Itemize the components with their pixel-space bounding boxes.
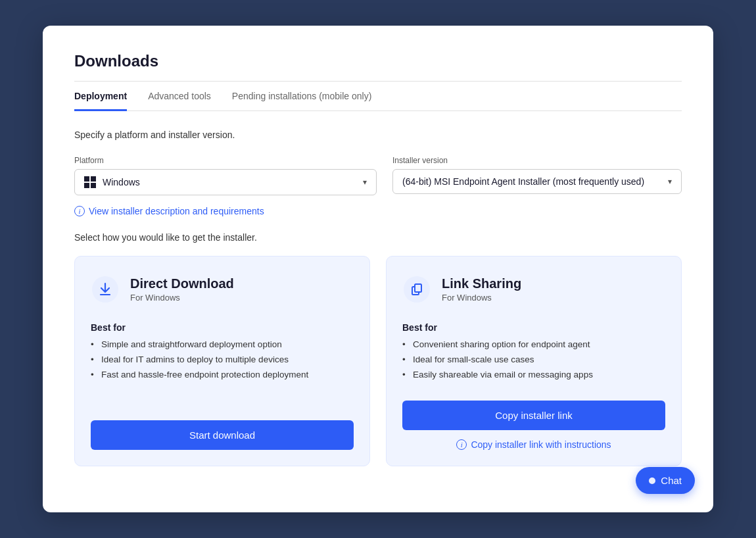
list-item: Ideal for small-scale use cases	[402, 355, 665, 364]
svg-rect-3	[91, 183, 96, 188]
tabs-bar: Deployment Advanced tools Pending instal…	[74, 82, 682, 111]
platform-value: Windows	[103, 177, 140, 187]
platform-chevron-icon: ▾	[363, 178, 367, 187]
direct-download-subtitle: For Windows	[130, 293, 234, 303]
list-item: Simple and straightforward deployment op…	[91, 339, 354, 349]
link-sharing-title: Link Sharing	[442, 276, 521, 291]
copy-installer-link-with-instructions[interactable]: i Copy installer link with instructions	[402, 439, 665, 450]
chat-label: Chat	[661, 475, 682, 486]
view-link-text: View installer description and requireme…	[89, 206, 264, 216]
installer-value: (64-bit) MSI Endpoint Agent Installer (m…	[402, 176, 644, 187]
direct-download-title: Direct Download	[130, 276, 234, 291]
direct-download-bullets: Simple and straightforward deployment op…	[91, 339, 354, 404]
secondary-link-text: Copy installer link with instructions	[471, 439, 611, 450]
link-sharing-header: Link Sharing For Windows	[402, 275, 665, 304]
tab-advanced-tools[interactable]: Advanced tools	[148, 82, 211, 111]
link-sharing-icon	[402, 275, 431, 304]
installer-label: Installer version	[392, 156, 682, 165]
installer-select-group: Installer version (64-bit) MSI Endpoint …	[392, 156, 682, 195]
installer-select-subtitle: Select how you would like to get the ins…	[74, 232, 682, 243]
link-sharing-card: Link Sharing For Windows Best for Conven…	[386, 256, 682, 466]
direct-download-card: Direct Download For Windows Best for Sim…	[74, 256, 370, 466]
link-sharing-subtitle: For Windows	[442, 293, 521, 303]
main-window: Downloads Deployment Advanced tools Pend…	[43, 26, 713, 512]
chat-button[interactable]: Chat	[636, 467, 695, 494]
tab-deployment[interactable]: Deployment	[74, 82, 127, 111]
list-item: Ideal for IT admins to deploy to multipl…	[91, 355, 354, 364]
copy-installer-link-button[interactable]: Copy installer link	[402, 401, 665, 430]
platform-label: Platform	[74, 156, 377, 165]
link-sharing-best-for-label: Best for	[402, 322, 665, 333]
info-icon: i	[74, 206, 85, 216]
list-item: Easily shareable via email or messaging …	[402, 370, 665, 379]
direct-download-header: Direct Download For Windows	[91, 275, 354, 304]
direct-download-best-for-label: Best for	[91, 322, 354, 333]
page-title: Downloads	[74, 52, 682, 70]
svg-rect-1	[91, 176, 96, 182]
platform-subtitle: Specify a platform and installer version…	[74, 130, 682, 140]
chat-dot-icon	[649, 477, 655, 484]
list-item: Convenient sharing option for endpoint a…	[402, 339, 665, 349]
installer-chevron-icon: ▾	[668, 177, 672, 186]
view-installer-link[interactable]: i View installer description and require…	[74, 206, 682, 216]
tab-pending[interactable]: Pending installations (mobile only)	[232, 82, 371, 111]
platform-select-group: Platform Windows ▾	[74, 156, 377, 195]
link-sharing-bullets: Convenient sharing option for endpoint a…	[402, 339, 665, 385]
download-icon	[91, 275, 120, 304]
svg-rect-2	[84, 183, 89, 188]
selectors-row: Platform Windows ▾ Install	[74, 156, 682, 195]
info-icon-secondary: i	[456, 439, 467, 450]
start-download-button[interactable]: Start download	[91, 420, 354, 450]
svg-rect-7	[415, 284, 421, 292]
list-item: Fast and hassle-free endpoint protection…	[91, 370, 354, 379]
windows-icon	[84, 176, 96, 188]
svg-rect-0	[84, 176, 89, 182]
platform-dropdown[interactable]: Windows ▾	[74, 169, 377, 195]
installer-dropdown[interactable]: (64-bit) MSI Endpoint Agent Installer (m…	[392, 169, 682, 194]
cards-row: Direct Download For Windows Best for Sim…	[74, 256, 682, 466]
